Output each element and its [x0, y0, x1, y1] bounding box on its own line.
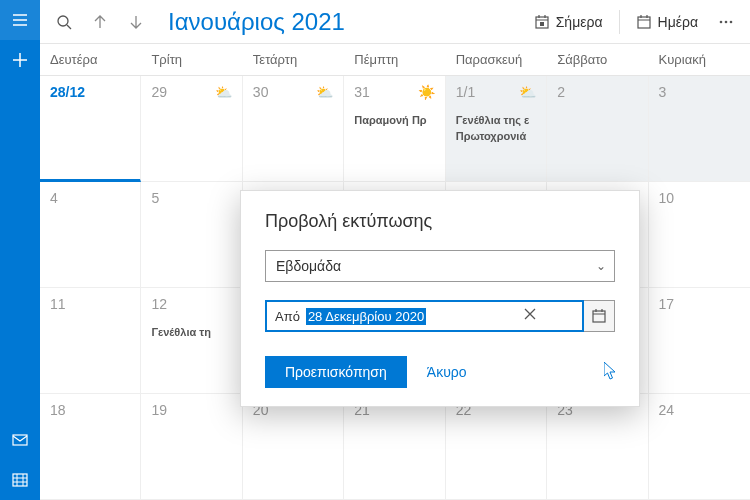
calendar-icon — [591, 308, 607, 324]
svg-rect-4 — [540, 22, 544, 26]
main-content: Ιανουάριος 2021 Σήμερα Ημέρα ΔευτέραΤρίτ… — [40, 0, 750, 500]
cell-date: 4 — [50, 190, 130, 206]
hamburger-icon — [12, 12, 28, 28]
cell-date: 2 — [557, 84, 637, 100]
day-view-icon — [636, 14, 652, 30]
calendar-cell[interactable]: 24 — [649, 394, 750, 500]
calendar-cell[interactable]: 30⛅ — [243, 76, 344, 182]
calendar-grid-icon — [12, 472, 28, 488]
view-label: Ημέρα — [658, 14, 698, 30]
cancel-button[interactable]: Άκυρο — [427, 364, 467, 380]
weather-icon: ⛅ — [316, 84, 333, 100]
svg-point-8 — [730, 20, 733, 23]
plus-icon — [12, 52, 28, 68]
month-title[interactable]: Ιανουάριος 2021 — [168, 8, 345, 36]
day-header: Κυριακή — [649, 44, 750, 75]
cell-date: 24 — [659, 402, 740, 418]
event-label[interactable]: Γενέθλια της ε — [456, 114, 536, 126]
svg-point-7 — [725, 20, 728, 23]
calendar-button[interactable] — [0, 460, 40, 500]
arrow-down-icon — [128, 14, 144, 30]
weather-icon: ☀️ — [418, 84, 435, 100]
cell-date: 5 — [151, 190, 231, 206]
day-header: Σάββατο — [547, 44, 648, 75]
svg-rect-0 — [13, 435, 27, 445]
cell-date: 10 — [659, 190, 740, 206]
cell-date: 3 — [659, 84, 740, 100]
search-icon — [56, 14, 72, 30]
today-button[interactable]: Σήμερα — [526, 8, 611, 36]
calendar-cell[interactable]: 18 — [40, 394, 141, 500]
svg-rect-5 — [638, 17, 650, 28]
arrow-up-icon — [92, 14, 108, 30]
mail-icon — [12, 432, 28, 448]
calendar-cell[interactable]: 2 — [547, 76, 648, 182]
weather-icon: ⛅ — [519, 84, 536, 100]
cell-date: 28/12 — [50, 84, 130, 100]
range-select[interactable]: Εβδομάδα ⌄ — [265, 250, 615, 282]
ellipsis-icon — [718, 14, 734, 30]
svg-rect-1 — [13, 474, 27, 486]
calendar-cell[interactable]: 29⛅ — [141, 76, 242, 182]
day-header: Τετάρτη — [243, 44, 344, 75]
event-label[interactable]: Παραμονή Πρ — [354, 114, 434, 126]
chevron-down-icon: ⌄ — [596, 259, 606, 273]
search-button[interactable] — [48, 8, 80, 36]
calendar-cell[interactable]: 31☀️Παραμονή Πρ — [344, 76, 445, 182]
date-picker-button[interactable] — [583, 300, 615, 332]
calendar-cell[interactable]: 28/12 — [40, 76, 141, 182]
print-preview-dialog: Προβολή εκτύπωσης Εβδομάδα ⌄ Από 28 Δεκε… — [240, 190, 640, 407]
day-header: Δευτέρα — [40, 44, 141, 75]
calendar-cell[interactable]: 21 — [344, 394, 445, 500]
cell-date: 17 — [659, 296, 740, 312]
sidebar — [0, 0, 40, 500]
today-label: Σήμερα — [556, 14, 603, 30]
calendar-cell[interactable]: 22 — [446, 394, 547, 500]
dialog-title: Προβολή εκτύπωσης — [265, 211, 615, 232]
calendar-cell[interactable]: 23 — [547, 394, 648, 500]
cell-date: 19 — [151, 402, 231, 418]
svg-rect-9 — [593, 311, 605, 322]
calendar-cell[interactable]: 12Γενέθλια τη — [141, 288, 242, 394]
view-button[interactable]: Ημέρα — [628, 8, 706, 36]
day-header: Πέμπτη — [344, 44, 445, 75]
cell-date: 18 — [50, 402, 130, 418]
calendar-cell[interactable]: 19 — [141, 394, 242, 500]
cell-date: 12 — [151, 296, 231, 312]
from-date-value: 28 Δεκεμβρίου 2020 — [306, 308, 426, 325]
clear-date-button[interactable] — [516, 300, 544, 328]
divider — [619, 10, 620, 34]
calendar-cell[interactable]: 11 — [40, 288, 141, 394]
day-header: Τρίτη — [141, 44, 242, 75]
calendar-cell[interactable]: 17 — [649, 288, 750, 394]
close-icon — [523, 307, 537, 321]
menu-button[interactable] — [0, 0, 40, 40]
day-headers: ΔευτέραΤρίτηΤετάρτηΠέμπτηΠαρασκευήΣάββατ… — [40, 44, 750, 76]
event-label[interactable]: Πρωτοχρονιά — [456, 130, 536, 142]
calendar-cell[interactable]: 1/1⛅Γενέθλια της εΠρωτοχρονιά — [446, 76, 547, 182]
add-button[interactable] — [0, 40, 40, 80]
cell-date: 11 — [50, 296, 130, 312]
weather-icon: ⛅ — [215, 84, 232, 100]
next-button[interactable] — [120, 8, 152, 36]
calendar-cell[interactable]: 5 — [141, 182, 242, 288]
event-label[interactable]: Γενέθλια τη — [151, 326, 231, 338]
day-header: Παρασκευή — [446, 44, 547, 75]
calendar-cell[interactable]: 10 — [649, 182, 750, 288]
calendar-cell[interactable]: 4 — [40, 182, 141, 288]
calendar-cell[interactable]: 3 — [649, 76, 750, 182]
prev-button[interactable] — [84, 8, 116, 36]
today-icon — [534, 14, 550, 30]
calendar-cell[interactable]: 20 — [243, 394, 344, 500]
preview-button[interactable]: Προεπισκόπηση — [265, 356, 407, 388]
from-label: Από — [275, 309, 300, 324]
toolbar: Ιανουάριος 2021 Σήμερα Ημέρα — [40, 0, 750, 44]
svg-point-6 — [720, 20, 723, 23]
more-button[interactable] — [710, 8, 742, 36]
mail-button[interactable] — [0, 420, 40, 460]
select-value: Εβδομάδα — [276, 258, 341, 274]
svg-point-2 — [58, 16, 68, 26]
